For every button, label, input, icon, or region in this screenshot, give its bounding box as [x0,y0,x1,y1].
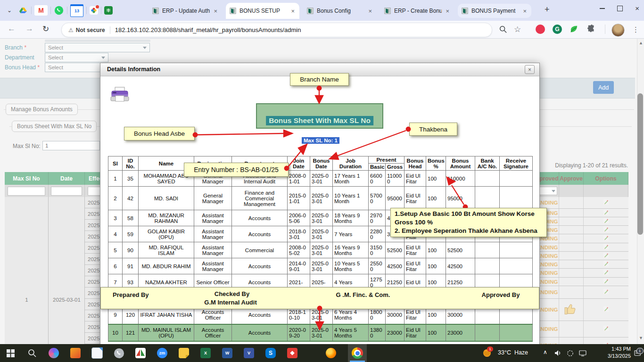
scrollbar-thumb[interactable] [637,93,643,235]
leaf-extension-icon[interactable] [570,25,578,35]
window-minimize-button[interactable] [600,8,605,9]
browser-tab[interactable]: Bonus Config× [303,3,377,19]
tray-update-icon[interactable] [567,350,574,359]
browser-tab[interactable]: ERP - Create Bonu× [380,3,454,19]
back-button[interactable]: ← [8,24,16,33]
volume-icon[interactable] [554,350,562,358]
cell-basic: 13800 [369,324,386,341]
weather-icon[interactable]: 1 [480,344,494,362]
new-tab-button[interactable]: + [545,5,550,15]
cell-bank [475,242,500,258]
cell-duration: 17 Years 1 Month [333,171,369,187]
word-icon[interactable]: W [218,344,237,362]
browser-tab[interactable]: BONUS SETUP× [226,3,299,19]
tab-close-icon[interactable]: × [445,8,450,15]
taskbar: zm X W V S 1 33°C Haze ∧ 1:43 PM3/13/202… [0,344,644,362]
gmail-icon[interactable]: M [34,5,48,16]
table-header: Sl ID No. Name Designation Department Jo… [108,156,533,171]
cell-department: Finance and Commercial Management [232,187,288,210]
modal-title: Details Information [107,66,160,73]
start-button[interactable] [1,344,20,362]
not-secure-chip[interactable]: ⚠Not secure [62,27,110,33]
weather-temperature[interactable]: 33°C Haze [498,349,528,356]
cell-receive [500,324,533,341]
browser-tab[interactable]: BONUS Payment× [458,4,531,18]
copilot-icon[interactable] [44,344,63,362]
weather-badge: 1 [487,346,493,352]
tray-expand-icon[interactable]: ∧ [543,349,547,355]
cell-pct: 100 [426,324,446,341]
extensions-puzzle-icon[interactable] [587,25,596,35]
col-id-no: ID No. [123,156,139,171]
cell-designation: Accounts Officer [194,324,232,341]
google-drive-icon[interactable] [18,5,28,16]
cell-id: 58 [123,210,139,226]
browser-tab[interactable]: ERP - Update Auth× [149,3,222,19]
clock[interactable]: 1:43 PM3/13/2025 [593,346,631,360]
network-icon[interactable] [579,350,586,358]
tab-title: ERP - Create Bonu [394,8,442,14]
cell-sl: 4 [108,226,123,242]
forward-button[interactable]: → [25,24,33,33]
chrome-icon[interactable] [348,344,367,362]
cell-sl: 6 [108,258,123,274]
whatsapp-icon[interactable] [54,5,64,16]
cell-department: Accounts [232,324,288,341]
google-sheets-icon[interactable] [104,6,113,15]
grammarly-icon[interactable]: G [553,25,562,34]
cell-name: MD. MAINUL ISLAM (OPU) [139,324,194,341]
cell-gross: 52500 [386,242,405,258]
profile-avatar[interactable] [611,24,625,37]
col-bonus-date: Bonus Date [310,156,333,171]
tab-close-icon[interactable]: × [367,8,373,15]
excel-icon[interactable]: X [196,344,215,362]
skype-icon[interactable]: S [261,344,280,362]
notepad-icon[interactable] [88,344,107,362]
cell-amount: 42500 [446,258,475,274]
tab-close-icon[interactable]: × [290,8,296,15]
firefox-icon[interactable] [322,344,340,362]
refresh-button[interactable]: ↻ [42,24,49,34]
address-bar[interactable]: ⚠Not secure 182.163.102.203:8088/sharif_… [61,23,492,37]
scrollbar-down-arrow[interactable]: ▼ [639,336,643,340]
url-text: 182.163.102.203:8088/sharif_metal/hr_pay… [115,26,301,33]
tab-close-icon[interactable]: × [522,8,528,15]
printer-icon[interactable] [110,87,130,107]
visio-icon[interactable]: V [239,344,258,362]
bookmark-star-icon[interactable]: ☆ [514,25,521,34]
cell-bank [475,258,500,274]
col-bonus-amount: Bonus Amount [446,156,475,171]
red-app-icon[interactable] [283,344,302,362]
cell-department: Accounts [232,226,288,242]
avro-keyboard-icon[interactable] [66,344,85,362]
zoom-icon[interactable]: zm [153,344,172,362]
extension-icon[interactable] [536,25,545,34]
tab-title: Bonus Config [317,8,364,14]
taskbar-search-icon[interactable] [23,344,41,362]
abc-app-icon[interactable] [131,344,150,362]
tab-search-caret-icon[interactable]: ⌄ [4,5,15,16]
cell-join: 2015-01-01 [288,187,310,210]
google-calendar-icon[interactable]: 13 [70,4,83,17]
cell-id: 59 [123,226,139,242]
checked-by-label: Checked By [215,290,249,297]
cell-bank [475,324,500,341]
close-icon[interactable]: × [525,65,535,74]
tray-date: 3/13/2025 [608,353,631,359]
window-close-button[interactable]: × [635,6,639,11]
cell-bonus_date: 2025-03-01 [310,242,333,258]
cell-join: 2008-01-01 [288,171,310,187]
browser-menu-icon[interactable]: ⋮ [632,25,639,34]
window-maximize-button[interactable] [617,6,623,11]
whatsapp-taskbar-icon[interactable] [109,344,128,362]
tab-close-icon[interactable]: × [213,8,218,15]
search-icon[interactable] [499,25,507,35]
sticky-notes-icon[interactable] [174,344,193,362]
divider [86,7,87,14]
cell-basic: 31500 [369,242,386,258]
scrollbar-up-arrow[interactable]: ▲ [639,41,643,45]
pinned-app-icon[interactable] [90,6,98,15]
table-row: 590MD. RAFIQUL ISLAMAssistant ManagerCom… [108,242,533,258]
notification-center-icon[interactable]: 1 [632,344,644,362]
col-gross: Gross [386,164,405,171]
